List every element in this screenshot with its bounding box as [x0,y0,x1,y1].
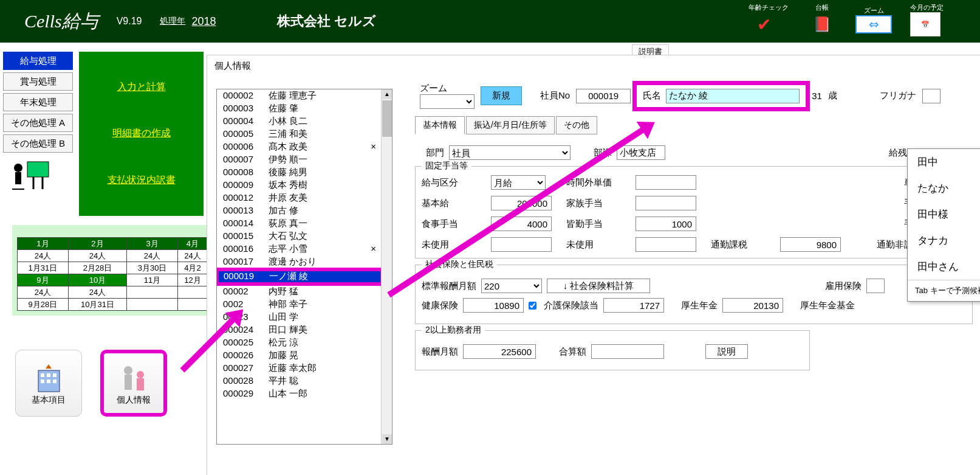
svg-point-1 [14,164,22,172]
explain-button[interactable]: 説明 [705,344,748,359]
app-title: Cells給与 [24,9,98,34]
svg-rect-17 [137,378,144,390]
health-ins-input[interactable] [463,298,524,313]
ime-candidate-popup: ✕ 🔍 田中たなか田中様タナカ田中さん Tab キーで予測候補を選択 ⌄ [907,148,980,302]
book-icon: 📕 [813,16,831,33]
personal-info-button[interactable]: 個人情報 [100,350,167,417]
employee-list-row[interactable]: 000007伊勢 順一 [217,153,382,166]
basic-items-button[interactable]: 基本項目 [15,350,82,417]
ime-candidate[interactable]: 田中さん [908,254,980,280]
employee-list-row[interactable]: 000014荻原 真一 [217,217,382,230]
employee-list-row[interactable]: 000016志平 小雪× [217,243,382,255]
form-tabs: 基本情報 振込/年月日/住所等 その他 [415,116,980,134]
year-value[interactable]: 2018 [191,15,216,28]
employee-list-row[interactable]: 000002佐藤 理恵子 [217,89,382,102]
svg-rect-10 [41,380,44,383]
presenter-icon [3,159,75,194]
name-input[interactable] [666,89,800,103]
employee-list-row[interactable]: 000004小林 良二 [217,115,382,128]
scrollbar[interactable]: ▲ ▼ [381,89,392,444]
employee-list-row[interactable]: 000027近藤 幸太郎 [217,362,382,375]
employee-list-row[interactable]: 000028平井 聡 [217,375,382,387]
unused2-input[interactable] [636,237,696,252]
nav-salary[interactable]: 給与処理 [3,52,73,70]
employee-list-row[interactable]: 000017渡邊 かおり [217,255,382,268]
svg-marker-13 [46,364,52,369]
commute-tax-input[interactable] [780,237,841,252]
employee-list-row[interactable]: 000015大石 弘文 [217,230,382,243]
employee-list-row[interactable]: 000005三浦 和美 [217,128,382,140]
employee-list-row[interactable]: 000012井原 友美 [217,192,382,204]
ime-candidate[interactable]: タナカ [908,227,980,254]
tab-basic[interactable]: 基本情報 [415,116,465,134]
ime-candidate[interactable]: 田中様 [908,201,980,227]
employee-list-row[interactable]: 00002内野 猛 [217,285,382,298]
attendance-allow-input[interactable] [636,217,696,231]
new-button[interactable]: 新規 [481,86,522,105]
scroll-up-icon[interactable]: ▲ [382,89,392,99]
furigana-input[interactable] [922,89,941,103]
link-input-calc[interactable]: 入力と計算 [117,81,166,94]
overtime-input[interactable] [636,175,696,190]
nav-yearend[interactable]: 年末処理 [3,93,73,111]
employee-list-row[interactable]: 000008後藤 純男 [217,166,382,179]
employee-list-row[interactable]: 000019一ノ瀬 綾 [217,269,382,284]
people-icon [117,361,151,395]
unused1-input[interactable] [491,237,552,252]
svg-rect-9 [53,373,57,377]
zoom-select[interactable] [420,94,475,109]
tab-transfer[interactable]: 振込/年月日/住所等 [466,116,555,134]
link-detail[interactable]: 明細書の作成 [112,127,171,140]
year-label: 処理年 [160,16,185,27]
nav-other-b[interactable]: その他処理 B [3,134,73,153]
emp-no-input[interactable] [576,89,631,103]
employee-list-row[interactable]: 000026加藤 晃 [217,349,382,362]
svg-rect-12 [53,380,57,383]
employee-list[interactable]: 000002佐藤 理恵子000003佐藤 肇000004小林 良二000005三… [216,89,392,445]
dept-select[interactable]: 社員 [449,145,571,160]
employee-list-row[interactable]: 000009坂本 秀樹 [217,179,382,192]
nav-other-a[interactable]: その他処理 A [3,114,73,132]
total-comp-input[interactable] [591,344,664,359]
std-monthly-select[interactable]: 220 [481,279,542,293]
personal-info-panel: 個人情報 000002佐藤 理恵子000003佐藤 肇000004小林 良二00… [207,55,980,475]
care-ins-input[interactable] [603,298,664,313]
employee-list-row[interactable]: 000029山本 一郎 [217,387,382,400]
scroll-down-icon[interactable]: ▼ [382,434,392,444]
section-input[interactable] [617,145,665,160]
company-name: 株式会社 セルズ [277,12,376,30]
care-ins-checkbox[interactable] [529,302,536,310]
link-payment[interactable]: 支払状況内訳書 [108,174,176,187]
tab-other[interactable]: その他 [556,116,597,134]
emp-ins-input[interactable] [866,279,885,293]
employee-list-row[interactable]: 000006髙木 政美× [217,140,382,153]
ime-candidate[interactable]: たなか [908,175,980,201]
scroll-thumb[interactable] [382,100,392,137]
pension-input[interactable] [722,298,783,313]
panel-title: 個人情報 [207,55,980,77]
employee-list-row[interactable]: 000025松元 涼 [217,336,382,349]
version-label: V9.19 [117,16,142,27]
calendar-icon: 📅 [921,21,930,29]
insurance-group: 社会保険と住民税 標準報酬月額 220 ↓ 社会保険料計算 雇用保険 健康保険 … [415,265,973,324]
name-label: 氏名 [643,90,661,102]
nav-bonus[interactable]: 賞与処理 [3,72,73,91]
schedule-button[interactable]: 今月の予定 📅 [910,3,944,36]
monthly-comp-input[interactable] [463,344,536,359]
employee-list-row[interactable]: 000013加古 修 [217,204,382,217]
building-icon [32,361,66,395]
month-grid[interactable]: 1月2月3月4月 24人24人24人24人 1月31日2月28日3月30日4月2… [17,237,208,311]
ledger-button[interactable]: 台帳 📕 [807,3,837,36]
employee-list-row[interactable]: 000003佐藤 肇 [217,102,382,115]
zoom-button[interactable]: ズーム ⇔ [855,6,892,33]
svg-rect-8 [47,373,50,377]
age-check-button[interactable]: 年齢チェック ✔ [749,3,789,36]
calc-insurance-button[interactable]: ↓ 社会保険料計算 [547,279,650,293]
age-value: 31 [812,91,822,101]
pay-type-select[interactable]: 月給 [491,175,546,190]
left-nav: 給与処理 賞与処理 年末処理 その他処理 A その他処理 B [3,52,75,194]
name-highlight: 氏名 [637,85,806,107]
ime-candidate[interactable]: 田中 [908,149,980,175]
family-allow-input[interactable] [636,196,696,210]
age-suffix: 歳 [828,90,837,102]
